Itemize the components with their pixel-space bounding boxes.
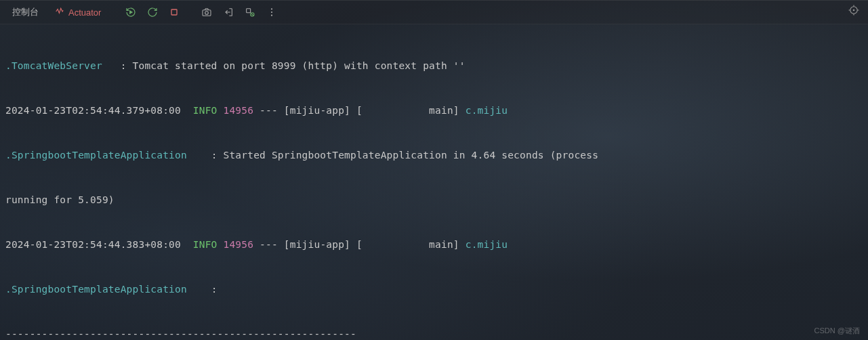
stop-button[interactable] — [165, 3, 184, 22]
svg-rect-3 — [203, 10, 211, 16]
svg-point-8 — [271, 12, 272, 13]
log-text: --- [mijiu-app] [ main] — [253, 239, 466, 250]
log-text: : — [211, 284, 218, 295]
console-toolbar: 控制台 Actuator — [0, 0, 868, 24]
logger-name: c.mijiu — [466, 239, 508, 250]
svg-point-4 — [205, 12, 209, 15]
actuator-label: Actuator — [68, 7, 101, 18]
pid: 14956 — [218, 105, 254, 116]
tab-console[interactable]: 控制台 — [5, 3, 45, 21]
log-level-info: INFO — [193, 239, 218, 250]
log-text: running for 5.059) — [5, 194, 115, 205]
watermark: CSDN @谜酒 — [814, 326, 860, 336]
log-text: : Started SpringbootTemplateApplication … — [211, 150, 599, 161]
target-icon[interactable] — [848, 4, 860, 19]
logger-tomcat: .TomcatWebServer — [5, 60, 121, 71]
tab-actuator[interactable]: Actuator — [48, 4, 108, 21]
svg-point-9 — [271, 15, 272, 16]
rerun-button[interactable] — [121, 3, 140, 22]
logger-name: c.mijiu — [466, 105, 508, 116]
svg-rect-2 — [171, 9, 177, 15]
svg-rect-5 — [247, 9, 251, 13]
timestamp: 2024-01-23T02:54:44.383+08:00 — [5, 239, 193, 250]
log-level-info: INFO — [193, 105, 218, 116]
log-text: : Tomcat started on port 8999 (http) wit… — [121, 60, 466, 71]
svg-point-1 — [853, 9, 854, 11]
timestamp: 2024-01-23T02:54:44.379+08:00 — [5, 105, 193, 116]
svg-point-7 — [271, 8, 272, 9]
camera-icon[interactable] — [197, 3, 216, 22]
logger-app: .SpringbootTemplateApplication — [5, 150, 211, 161]
rerun-debug-button[interactable] — [143, 3, 162, 22]
log-text: --- [mijiu-app] [ main] — [253, 105, 466, 116]
more-options-icon[interactable] — [262, 3, 281, 22]
pid: 14956 — [218, 239, 254, 250]
console-output: .TomcatWebServer : Tomcat started on por… — [0, 24, 868, 340]
separator: ----------------------------------------… — [5, 323, 863, 340]
logger-app: .SpringbootTemplateApplication — [5, 284, 211, 295]
exit-icon[interactable] — [219, 3, 238, 22]
layout-settings-icon[interactable] — [241, 3, 260, 22]
actuator-icon — [55, 7, 64, 18]
